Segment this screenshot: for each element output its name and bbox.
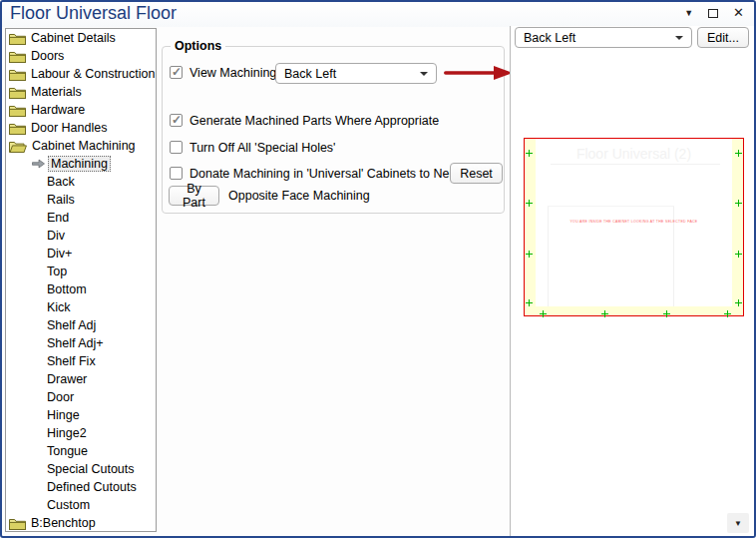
tree-item-defined-cutouts[interactable]: Defined Cutouts xyxy=(6,478,156,496)
folder-closed-icon xyxy=(9,50,26,63)
tree-item-kick[interactable]: Kick xyxy=(6,298,156,316)
edge-band-right xyxy=(732,139,743,315)
tree-item-label: Div+ xyxy=(47,247,72,261)
view-machining-label: View Machining xyxy=(189,67,276,80)
tree-item-special-cutouts[interactable]: Special Cutouts xyxy=(6,460,156,478)
view-machining-checkbox[interactable] xyxy=(170,66,183,79)
tree-item-tongue[interactable]: Tongue xyxy=(6,442,156,460)
preview-face-dropdown-value: Back Left xyxy=(524,31,575,45)
tree-item-top[interactable]: Top xyxy=(6,263,156,280)
tree-item-label: Cabinet Machining xyxy=(32,139,136,153)
tree-item-machining[interactable]: Machining xyxy=(6,155,156,173)
tree-item-label: Rails xyxy=(47,193,75,207)
turn-off-holes-checkbox[interactable] xyxy=(170,141,183,154)
tree-item-shelf-adj[interactable]: Shelf Adj xyxy=(6,316,156,334)
scroll-down-icon: ▼ xyxy=(734,519,742,528)
tree-item-label: Div xyxy=(47,229,65,243)
construction-line xyxy=(548,206,674,207)
view-machining-dropdown[interactable]: Back Left xyxy=(275,63,437,84)
registration-mark xyxy=(663,310,670,317)
registration-mark xyxy=(735,251,742,258)
tree-item-label: Shelf Fix xyxy=(47,354,96,368)
registration-mark xyxy=(601,310,608,317)
folder-closed-icon xyxy=(9,32,26,45)
tree-item-label: Door Handles xyxy=(31,121,107,135)
edge-band-left xyxy=(525,139,536,315)
tree-item-label: Top xyxy=(47,265,67,278)
close-icon[interactable]: ✕ xyxy=(733,8,744,18)
tree-item-label: B:Benchtop xyxy=(31,516,96,530)
tree-item-label: Machining xyxy=(48,156,111,172)
maximize-icon[interactable] xyxy=(708,9,718,18)
tree-item-bottom[interactable]: Bottom xyxy=(6,280,156,298)
tree-item-div[interactable]: Div xyxy=(6,227,156,245)
chevron-down-icon xyxy=(675,36,683,40)
window-controls: ▼ ✕ xyxy=(684,8,744,18)
registration-mark xyxy=(526,200,533,207)
tree-item-custom[interactable]: Custom xyxy=(6,496,156,514)
by-part-button[interactable]: By Part xyxy=(169,186,219,206)
tree-item-label: Hinge2 xyxy=(47,426,87,440)
edit-button[interactable]: Edit... xyxy=(697,27,749,48)
tree-item-door-handles[interactable]: Door Handles xyxy=(6,119,156,137)
tree-item-label: Custom xyxy=(47,498,90,512)
opposite-face-label: Opposite Face Machining xyxy=(228,190,370,203)
window-title: Floor Universal Floor xyxy=(10,3,177,24)
donate-machining-checkbox[interactable] xyxy=(170,167,183,180)
title-bar: Floor Universal Floor ▼ ✕ xyxy=(2,2,754,27)
window-menu-icon[interactable]: ▼ xyxy=(684,8,693,18)
tree-item-hinge[interactable]: Hinge xyxy=(6,406,156,424)
tree-item-drawer[interactable]: Drawer xyxy=(6,370,156,388)
preview-face-dropdown[interactable]: Back Left xyxy=(515,27,692,48)
tree-item-cabinet-machining[interactable]: Cabinet Machining xyxy=(6,137,156,155)
generate-parts-label: Generate Machined Parts Where Appropriat… xyxy=(189,115,439,128)
tree-item-back[interactable]: Back xyxy=(6,173,156,191)
registration-mark xyxy=(526,299,533,306)
scroll-down-button[interactable]: ▼ xyxy=(727,513,749,533)
tree-item-label: Cabinet Details xyxy=(31,31,116,45)
red-arrow-icon xyxy=(443,66,513,80)
tree-item-end[interactable]: End xyxy=(6,209,156,227)
tree-item-label: Bottom xyxy=(47,282,87,296)
tree-item-door[interactable]: Door xyxy=(6,388,156,406)
selected-arrow-icon xyxy=(32,159,45,169)
tree-item-doors[interactable]: Doors xyxy=(6,47,156,65)
tree-item-label: Hinge xyxy=(47,408,80,422)
folder-closed-icon xyxy=(9,517,26,530)
tree-item-label: Drawer xyxy=(47,372,87,386)
registration-mark xyxy=(526,150,533,157)
construction-line xyxy=(548,206,549,306)
registration-mark xyxy=(735,200,742,207)
tree-item-label: Materials xyxy=(31,85,82,99)
tree-item-labour-construction[interactable]: Labour & Construction xyxy=(6,65,156,83)
registration-mark xyxy=(526,251,533,258)
edge-band-bottom xyxy=(525,306,743,315)
tree-item-hinge2[interactable]: Hinge2 xyxy=(6,424,156,442)
tree-item-label: Doors xyxy=(31,49,64,63)
tree-item-hardware[interactable]: Hardware xyxy=(6,101,156,119)
tree-item-b-benchtop[interactable]: B:Benchtop xyxy=(6,514,156,532)
preview-ghost-title: Floor Universal (2) xyxy=(525,146,743,162)
tree-item-materials[interactable]: Materials xyxy=(6,83,156,101)
tree-item-div[interactable]: Div+ xyxy=(6,245,156,263)
registration-mark xyxy=(540,310,547,317)
generate-parts-checkbox[interactable] xyxy=(170,114,183,127)
registration-mark xyxy=(724,310,731,317)
tree-item-shelf-adj[interactable]: Shelf Adj+ xyxy=(6,334,156,352)
tree-item-label: Defined Cutouts xyxy=(47,480,137,494)
tree-item-cabinet-details[interactable]: Cabinet Details xyxy=(6,29,156,47)
view-machining-dropdown-value: Back Left xyxy=(284,67,336,81)
tree-item-label: Hardware xyxy=(31,103,85,117)
preview-ghost-underline xyxy=(551,164,720,165)
reset-button[interactable]: Reset xyxy=(450,163,503,184)
preview-pane: Back Left Edit... Floor Universal (2) YO… xyxy=(511,26,754,536)
tree-item-rails[interactable]: Rails xyxy=(6,191,156,209)
tree-item-label: Special Cutouts xyxy=(47,462,135,476)
preview-warning-text: YOU ARE INSIDE THE CABINET LOOKING AT TH… xyxy=(550,220,718,224)
folder-closed-icon xyxy=(9,86,26,99)
registration-mark xyxy=(735,150,742,157)
tree-item-label: Shelf Adj xyxy=(47,318,96,332)
tree-item-label: End xyxy=(47,211,69,225)
tree: Cabinet DetailsDoorsLabour & Constructio… xyxy=(5,28,157,532)
tree-item-shelf-fix[interactable]: Shelf Fix xyxy=(6,352,156,370)
